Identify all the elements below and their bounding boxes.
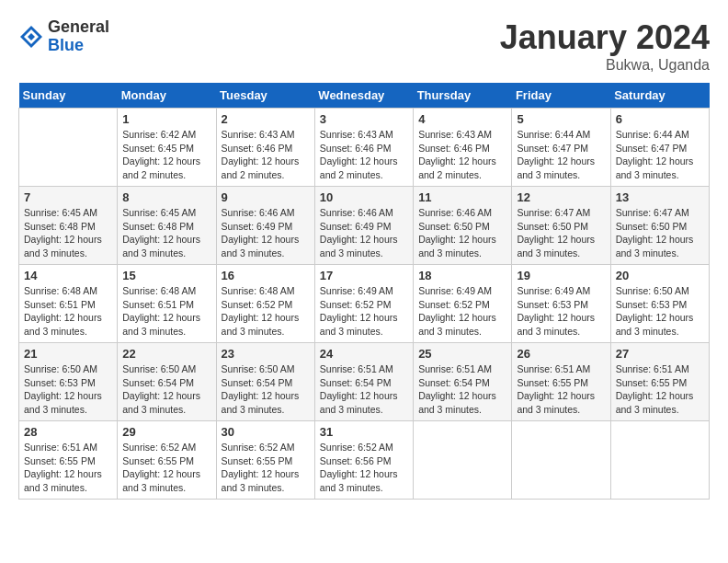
day-info: Sunrise: 6:46 AMSunset: 6:49 PMDaylight:…: [320, 206, 408, 260]
table-row: 12Sunrise: 6:47 AMSunset: 6:50 PMDayligh…: [512, 187, 610, 265]
day-number: 21: [24, 347, 112, 361]
table-row: 31Sunrise: 6:52 AMSunset: 6:56 PMDayligh…: [314, 421, 413, 500]
day-info: Sunrise: 6:46 AMSunset: 6:50 PMDaylight:…: [418, 206, 506, 260]
day-number: 5: [517, 112, 605, 126]
day-number: 12: [517, 190, 605, 204]
day-number: 3: [320, 112, 408, 126]
table-row: 3Sunrise: 6:43 AMSunset: 6:46 PMDaylight…: [314, 109, 413, 187]
day-info: Sunrise: 6:52 AMSunset: 6:56 PMDaylight:…: [320, 441, 408, 495]
day-number: 30: [222, 425, 310, 439]
day-number: 25: [418, 347, 506, 361]
table-row: 6Sunrise: 6:44 AMSunset: 6:47 PMDaylight…: [610, 109, 709, 187]
day-number: 29: [122, 425, 210, 439]
table-row: 2Sunrise: 6:43 AMSunset: 6:46 PMDaylight…: [216, 109, 314, 187]
day-number: 4: [418, 112, 506, 126]
day-number: 10: [320, 190, 408, 204]
day-number: 27: [616, 347, 704, 361]
day-info: Sunrise: 6:49 AMSunset: 6:52 PMDaylight:…: [418, 284, 506, 339]
day-number: 8: [122, 190, 210, 204]
day-number: 19: [517, 269, 605, 282]
day-info: Sunrise: 6:50 AMSunset: 6:54 PMDaylight:…: [122, 362, 210, 417]
table-row: 1Sunrise: 6:42 AMSunset: 6:45 PMDaylight…: [118, 109, 216, 187]
table-row: 16Sunrise: 6:48 AMSunset: 6:52 PMDayligh…: [216, 265, 314, 343]
table-row: 29Sunrise: 6:52 AMSunset: 6:55 PMDayligh…: [118, 421, 216, 500]
table-row: 7Sunrise: 6:45 AMSunset: 6:48 PMDaylight…: [19, 187, 118, 265]
table-row: 17Sunrise: 6:49 AMSunset: 6:52 PMDayligh…: [314, 265, 413, 343]
day-number: 23: [222, 347, 310, 361]
day-info: Sunrise: 6:50 AMSunset: 6:53 PMDaylight:…: [24, 362, 112, 417]
day-info: Sunrise: 6:52 AMSunset: 6:55 PMDaylight:…: [222, 441, 310, 495]
day-info: Sunrise: 6:44 AMSunset: 6:47 PMDaylight:…: [517, 128, 605, 182]
page-header: General Blue January 2024 Bukwa, Uganda: [18, 18, 710, 74]
day-number: 17: [320, 269, 408, 282]
day-info: Sunrise: 6:48 AMSunset: 6:51 PMDaylight:…: [122, 284, 210, 339]
table-row: 23Sunrise: 6:50 AMSunset: 6:54 PMDayligh…: [216, 343, 314, 421]
header-friday: Friday: [512, 83, 610, 109]
day-number: 14: [24, 269, 112, 282]
day-number: 15: [122, 269, 210, 282]
header-sunday: Sunday: [19, 83, 118, 109]
day-info: Sunrise: 6:45 AMSunset: 6:48 PMDaylight:…: [24, 206, 112, 260]
table-row: 18Sunrise: 6:49 AMSunset: 6:52 PMDayligh…: [414, 265, 512, 343]
day-info: Sunrise: 6:48 AMSunset: 6:52 PMDaylight:…: [222, 284, 310, 339]
table-row: 9Sunrise: 6:46 AMSunset: 6:49 PMDaylight…: [216, 187, 314, 265]
day-info: Sunrise: 6:51 AMSunset: 6:55 PMDaylight:…: [24, 441, 112, 495]
day-number: 11: [418, 190, 506, 204]
day-number: 28: [24, 425, 112, 439]
day-number: 9: [222, 190, 310, 204]
table-row: [19, 109, 118, 187]
table-row: 30Sunrise: 6:52 AMSunset: 6:55 PMDayligh…: [216, 421, 314, 500]
header-monday: Monday: [118, 83, 216, 109]
logo-text: General Blue: [48, 18, 109, 55]
day-info: Sunrise: 6:49 AMSunset: 6:52 PMDaylight:…: [320, 284, 408, 339]
table-row: [610, 421, 709, 500]
table-row: 24Sunrise: 6:51 AMSunset: 6:54 PMDayligh…: [314, 343, 413, 421]
day-info: Sunrise: 6:44 AMSunset: 6:47 PMDaylight:…: [616, 128, 704, 182]
day-number: 18: [418, 269, 506, 282]
day-info: Sunrise: 6:43 AMSunset: 6:46 PMDaylight:…: [222, 128, 310, 182]
table-row: 27Sunrise: 6:51 AMSunset: 6:55 PMDayligh…: [610, 343, 709, 421]
calendar-week-2: 7Sunrise: 6:45 AMSunset: 6:48 PMDaylight…: [19, 187, 710, 265]
day-info: Sunrise: 6:47 AMSunset: 6:50 PMDaylight:…: [616, 206, 704, 260]
table-row: [414, 421, 512, 500]
table-row: 19Sunrise: 6:49 AMSunset: 6:53 PMDayligh…: [512, 265, 610, 343]
table-row: 10Sunrise: 6:46 AMSunset: 6:49 PMDayligh…: [314, 187, 413, 265]
calendar-subtitle: Bukwa, Uganda: [500, 57, 710, 74]
day-info: Sunrise: 6:50 AMSunset: 6:53 PMDaylight:…: [616, 284, 704, 339]
table-row: 14Sunrise: 6:48 AMSunset: 6:51 PMDayligh…: [19, 265, 118, 343]
day-info: Sunrise: 6:43 AMSunset: 6:46 PMDaylight:…: [320, 128, 408, 182]
day-number: 7: [24, 190, 112, 204]
calendar-title: January 2024: [500, 18, 710, 57]
table-row: 22Sunrise: 6:50 AMSunset: 6:54 PMDayligh…: [118, 343, 216, 421]
day-info: Sunrise: 6:51 AMSunset: 6:54 PMDaylight:…: [418, 362, 506, 417]
table-row: 8Sunrise: 6:45 AMSunset: 6:48 PMDaylight…: [118, 187, 216, 265]
day-number: 22: [122, 347, 210, 361]
logo: General Blue: [18, 18, 109, 55]
day-number: 2: [222, 112, 310, 126]
calendar-week-4: 21Sunrise: 6:50 AMSunset: 6:53 PMDayligh…: [19, 343, 710, 421]
day-number: 31: [320, 425, 408, 439]
day-number: 13: [616, 190, 704, 204]
table-row: 4Sunrise: 6:43 AMSunset: 6:46 PMDaylight…: [414, 109, 512, 187]
day-info: Sunrise: 6:45 AMSunset: 6:48 PMDaylight:…: [122, 206, 210, 260]
day-info: Sunrise: 6:52 AMSunset: 6:55 PMDaylight:…: [122, 441, 210, 495]
day-info: Sunrise: 6:49 AMSunset: 6:53 PMDaylight:…: [517, 284, 605, 339]
table-row: 28Sunrise: 6:51 AMSunset: 6:55 PMDayligh…: [19, 421, 118, 500]
calendar-week-3: 14Sunrise: 6:48 AMSunset: 6:51 PMDayligh…: [19, 265, 710, 343]
day-number: 26: [517, 347, 605, 361]
table-row: 25Sunrise: 6:51 AMSunset: 6:54 PMDayligh…: [414, 343, 512, 421]
day-info: Sunrise: 6:48 AMSunset: 6:51 PMDaylight:…: [24, 284, 112, 339]
day-info: Sunrise: 6:47 AMSunset: 6:50 PMDaylight:…: [517, 206, 605, 260]
day-info: Sunrise: 6:51 AMSunset: 6:55 PMDaylight:…: [616, 362, 704, 417]
table-row: 13Sunrise: 6:47 AMSunset: 6:50 PMDayligh…: [610, 187, 709, 265]
day-number: 24: [320, 347, 408, 361]
table-row: 11Sunrise: 6:46 AMSunset: 6:50 PMDayligh…: [414, 187, 512, 265]
header-thursday: Thursday: [414, 83, 512, 109]
day-info: Sunrise: 6:50 AMSunset: 6:54 PMDaylight:…: [222, 362, 310, 417]
title-block: January 2024 Bukwa, Uganda: [500, 18, 710, 74]
header-wednesday: Wednesday: [314, 83, 413, 109]
logo-icon: [18, 24, 44, 50]
logo-blue: Blue: [48, 37, 109, 55]
day-info: Sunrise: 6:43 AMSunset: 6:46 PMDaylight:…: [418, 128, 506, 182]
logo-general: General: [48, 18, 109, 37]
